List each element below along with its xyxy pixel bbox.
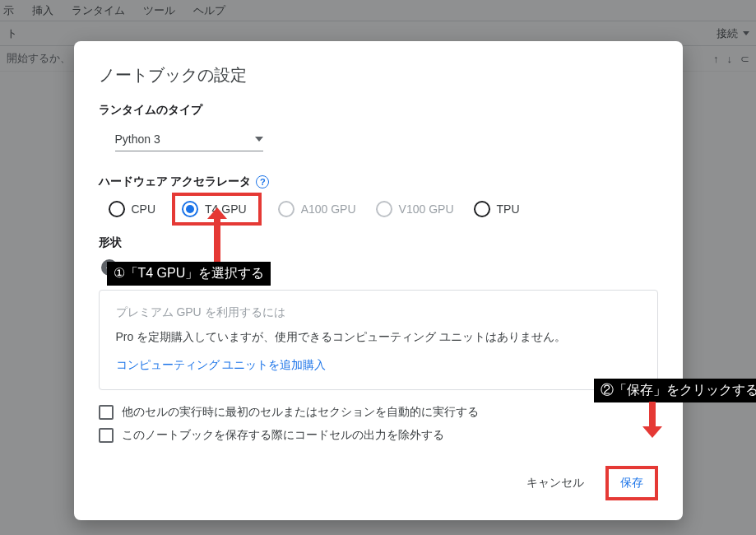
radio-label: CPU [132,202,156,216]
chevron-down-icon [255,137,263,142]
buy-compute-units-link[interactable]: コンピューティング ユニットを追加購入 [116,358,641,373]
checkbox-icon [99,428,114,443]
radio-icon [278,201,295,217]
radio-icon [474,201,490,217]
radio-icon [109,201,125,217]
checkbox-label: このノートブックを保存する際にコードセルの出力を除外する [122,428,444,443]
radio-icon [376,201,392,217]
runtime-type-select[interactable]: Python 3 [115,128,263,151]
omit-output-on-save-checkbox[interactable]: このノートブックを保存する際にコードセルの出力を除外する [99,428,658,443]
premium-heading: プレミアム GPU を利用するには [116,305,641,320]
annotation-arrow-1 [214,217,220,262]
save-button[interactable]: 保存 [605,466,658,500]
dialog-actions: キャンセル 保存 [99,466,658,500]
help-icon[interactable]: ? [256,175,269,188]
radio-label: V100 GPU [399,202,454,216]
checkbox-icon [99,405,114,420]
radio-tpu[interactable]: TPU [474,201,520,217]
radio-cpu[interactable]: CPU [109,201,156,217]
radio-label: TPU [497,202,520,216]
radio-icon [182,201,198,217]
dialog-title: ノートブックの設定 [99,64,658,86]
radio-a100-gpu: A100 GPU [278,201,356,217]
runtime-type-label: ランタイムのタイプ [99,103,658,118]
annotation-step1: ①「T4 GPU」を選択する [107,262,271,286]
annotation-step2: ②「保存」をクリックする [594,379,757,402]
radio-v100-gpu: V100 GPU [376,201,454,217]
premium-gpu-info: プレミアム GPU を利用するには Pro を定期購入していますが、使用できるコ… [99,290,658,390]
radio-label: A100 GPU [301,202,356,216]
cancel-button[interactable]: キャンセル [518,469,592,497]
auto-run-first-cell-checkbox[interactable]: 他のセルの実行時に最初のセルまたはセクションを自動的に実行する [99,405,658,420]
notebook-settings-dialog: ノートブックの設定 ランタイムのタイプ Python 3 ハードウェア アクセラ… [74,41,683,520]
premium-body: Pro を定期購入していますが、使用できるコンピューティング ユニットはありませ… [116,330,641,345]
modal-overlay: ノートブックの設定 ランタイムのタイプ Python 3 ハードウェア アクセラ… [0,0,756,535]
accelerator-radio-group: CPU T4 GPU A100 GPU V100 GPU TPU [109,201,658,217]
checkbox-label: 他のセルの実行時に最初のセルまたはセクションを自動的に実行する [122,405,479,420]
shape-label: 形状 [99,235,658,250]
accelerator-label: ハードウェア アクセラレータ [99,174,252,189]
runtime-type-value: Python 3 [115,133,160,146]
annotation-arrow-2 [649,402,656,428]
